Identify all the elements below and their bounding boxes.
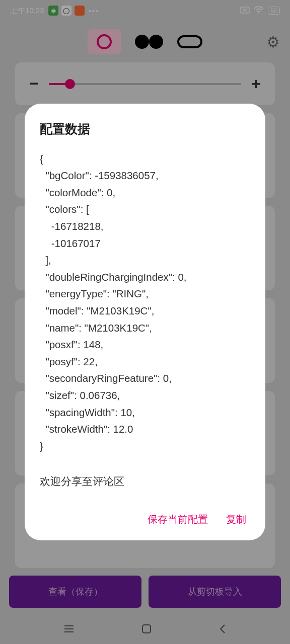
copy-button[interactable]: 复制 (226, 513, 246, 526)
dialog-share-text: 欢迎分享至评论区 (40, 474, 250, 489)
config-data-dialog: 配置数据 { "bgColor": -1593836057, "colorMod… (25, 104, 265, 541)
modal-overlay[interactable]: 配置数据 { "bgColor": -1593836057, "colorMod… (0, 0, 290, 644)
dialog-json-content: { "bgColor": -1593836057, "colorMode": 0… (40, 150, 250, 455)
save-config-button[interactable]: 保存当前配置 (148, 513, 208, 526)
dialog-title: 配置数据 (40, 121, 250, 137)
dialog-actions: 保存当前配置 复制 (40, 513, 250, 526)
